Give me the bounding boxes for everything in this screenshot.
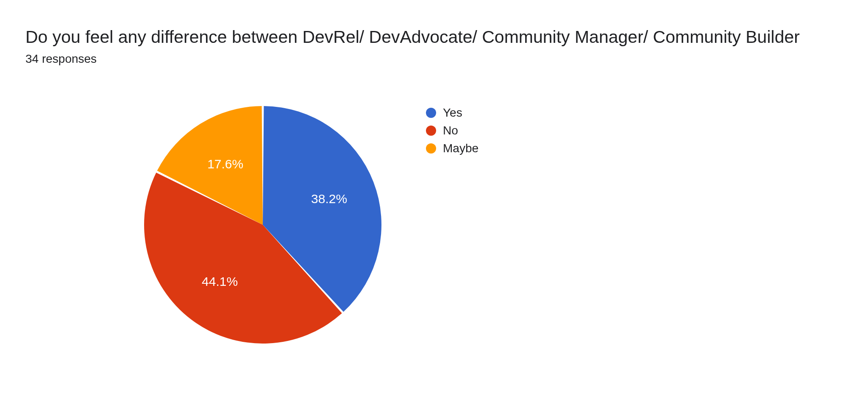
chart-container: Do you feel any difference between DevRe… (0, 0, 868, 394)
legend-item-yes[interactable]: Yes (426, 106, 479, 120)
legend-item-no[interactable]: No (426, 124, 479, 137)
responses-count: 34 responses (25, 52, 843, 66)
legend-label: No (443, 124, 458, 137)
legend-item-maybe[interactable]: Maybe (426, 142, 479, 155)
chart-title: Do you feel any difference between DevRe… (25, 25, 822, 49)
legend-label: Yes (443, 106, 462, 120)
pie-svg (144, 106, 381, 344)
pie-label-maybe: 17.6% (207, 157, 243, 171)
legend-label: Maybe (443, 142, 479, 155)
legend: YesNoMaybe (426, 106, 479, 159)
legend-swatch-maybe (426, 143, 436, 154)
pie-chart: 17.6%44.1%38.2% (144, 106, 381, 344)
chart-area: 17.6%44.1%38.2% YesNoMaybe (0, 102, 868, 390)
pie-label-no: 44.1% (202, 274, 238, 289)
pie-label-yes: 38.2% (311, 192, 347, 206)
legend-swatch-yes (426, 108, 436, 118)
legend-swatch-no (426, 126, 436, 136)
